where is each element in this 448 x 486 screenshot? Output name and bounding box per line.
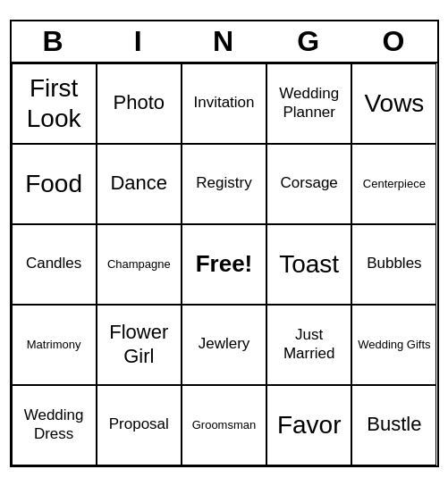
bingo-cell-16: Flower Girl	[97, 305, 182, 385]
bingo-grid: First LookPhotoInvitationWedding Planner…	[12, 63, 437, 465]
bingo-cell-21: Proposal	[97, 385, 182, 465]
bingo-cell-19: Wedding Gifts	[351, 305, 436, 385]
cell-text-0: First Look	[16, 73, 92, 133]
cell-text-19: Wedding Gifts	[358, 338, 430, 352]
bingo-cell-1: Photo	[97, 63, 182, 144]
cell-text-8: Corsage	[281, 174, 338, 192]
cell-text-18: Just Married	[271, 326, 347, 363]
cell-text-14: Bubbles	[367, 255, 421, 272]
cell-text-10: Candles	[26, 255, 81, 272]
cell-text-16: Flower Girl	[101, 321, 177, 368]
cell-text-21: Proposal	[109, 415, 169, 433]
bingo-cell-6: Dance	[97, 144, 182, 224]
bingo-header: BINGO	[12, 21, 437, 63]
bingo-cell-10: Candles	[12, 224, 97, 305]
bingo-cell-11: Champagne	[97, 224, 182, 305]
bingo-cell-9: Centerpiece	[351, 144, 436, 224]
cell-text-22: Groomsman	[192, 418, 257, 432]
bingo-cell-5: Food	[12, 144, 97, 224]
bingo-cell-18: Just Married	[266, 305, 351, 385]
cell-text-17: Jewlery	[199, 335, 250, 353]
cell-text-6: Dance	[110, 172, 167, 195]
header-letter-g: G	[266, 21, 351, 62]
bingo-cell-8: Corsage	[266, 144, 351, 224]
cell-text-2: Invitation	[193, 94, 254, 112]
bingo-cell-24: Bustle	[351, 385, 436, 465]
cell-text-24: Bustle	[367, 413, 421, 436]
bingo-cell-17: Jewlery	[182, 305, 266, 385]
bingo-cell-14: Bubbles	[351, 224, 436, 305]
cell-text-5: Food	[25, 169, 82, 199]
cell-text-15: Matrimony	[27, 338, 81, 352]
cell-text-9: Centerpiece	[363, 177, 426, 191]
cell-text-20: Wedding Dress	[16, 406, 92, 443]
bingo-cell-15: Matrimony	[12, 305, 97, 385]
header-letter-o: O	[351, 21, 436, 62]
bingo-cell-13: Toast	[266, 224, 351, 305]
bingo-card: BINGO First LookPhotoInvitationWedding P…	[10, 20, 439, 467]
bingo-cell-2: Invitation	[182, 63, 266, 144]
cell-text-7: Registry	[196, 174, 251, 192]
bingo-cell-12: Free!	[182, 224, 266, 305]
bingo-cell-22: Groomsman	[182, 385, 266, 465]
bingo-cell-7: Registry	[182, 144, 266, 224]
bingo-cell-4: Vows	[351, 63, 436, 144]
cell-text-4: Vows	[364, 88, 424, 119]
header-letter-i: I	[97, 21, 182, 62]
bingo-cell-3: Wedding Planner	[266, 63, 351, 144]
cell-text-12: Free!	[196, 250, 253, 278]
bingo-cell-20: Wedding Dress	[12, 385, 97, 465]
bingo-cell-0: First Look	[12, 63, 97, 144]
cell-text-3: Wedding Planner	[271, 85, 347, 122]
header-letter-b: B	[12, 21, 97, 62]
header-letter-n: N	[182, 21, 266, 62]
cell-text-23: Favor	[277, 410, 342, 440]
cell-text-13: Toast	[279, 249, 339, 280]
cell-text-1: Photo	[114, 91, 165, 114]
bingo-cell-23: Favor	[266, 385, 351, 465]
cell-text-11: Champagne	[107, 257, 171, 272]
